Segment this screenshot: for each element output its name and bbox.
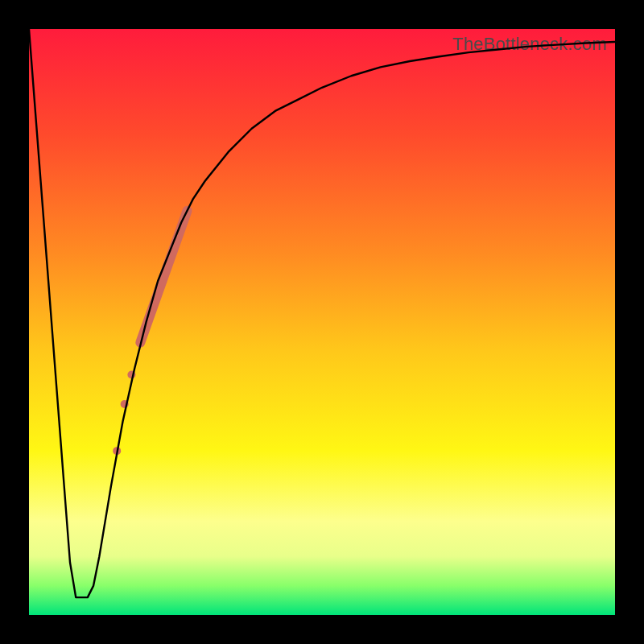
plot-area: TheBottleneck.com	[29, 29, 615, 615]
bottleneck-curve	[29, 29, 615, 597]
chart-svg	[29, 29, 615, 615]
highlight-segment	[140, 211, 187, 343]
chart-frame: TheBottleneck.com	[0, 0, 644, 644]
